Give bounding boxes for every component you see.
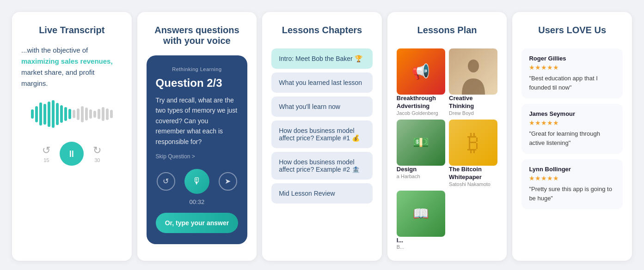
wave-bar — [77, 108, 80, 120]
star-rating: ★★★★★ — [529, 119, 615, 126]
skip-forward-label: 30 — [94, 157, 100, 163]
reviewer-name: Roger Gillies — [529, 55, 615, 62]
skip-back-button[interactable]: ↺ 15 — [42, 144, 50, 163]
microphone-icon: 🎙 — [192, 176, 202, 186]
panel1-title: Live Transcript — [39, 25, 104, 36]
book-author: a Harbach — [397, 174, 445, 179]
book-card[interactable]: The Bitcoin Whitepaper Satoshi Nakamoto — [449, 120, 497, 187]
wave-bar — [35, 106, 38, 122]
replay-icon: ↺ — [163, 177, 169, 186]
wave-bar — [39, 102, 42, 126]
book-cover — [449, 120, 497, 166]
review-card: Lynn Bollinger ★★★★★ "Pretty sure this a… — [521, 159, 623, 209]
book-author: Satoshi Nakamoto — [449, 181, 497, 187]
playback-controls: ↺ 15 ⏸ ↻ 30 — [42, 142, 101, 166]
microphone-button[interactable]: 🎙 — [184, 169, 209, 194]
wave-bar — [64, 107, 67, 121]
review-card: James Seymour ★★★★★ "Great for learning … — [521, 104, 623, 154]
book-title: Design — [397, 166, 445, 174]
book-title: I... — [397, 237, 445, 245]
skip-back-icon: ↺ — [42, 144, 50, 156]
chapter-item[interactable]: Mid Lesson Review — [271, 183, 373, 204]
rethinking-label: Rethinking Learning — [156, 66, 239, 72]
wave-bar — [106, 108, 109, 120]
wave-bar — [85, 108, 88, 120]
wave-bar — [60, 105, 63, 123]
transcript-highlight: maximizing sales revenues, — [21, 57, 113, 65]
type-answer-button[interactable]: Or, type your answer — [156, 213, 239, 233]
skip-question-link[interactable]: Skip Question > — [156, 153, 239, 160]
replay-button[interactable]: ↺ — [157, 172, 175, 191]
book-cover: 📖 — [397, 191, 445, 237]
book-author: B... — [397, 244, 445, 250]
wave-bar — [93, 111, 96, 118]
pause-icon: ⏸ — [67, 149, 76, 159]
transcript-body: ...with the objective of maximizing sale… — [21, 45, 123, 89]
book-author: Drew Boyd — [449, 110, 497, 116]
chapter-list: Intro: Meet Bob the Baker 🏆What you lear… — [271, 48, 373, 204]
skip-forward-button[interactable]: ↻ 30 — [93, 144, 101, 163]
timer-display: 00:32 — [156, 198, 239, 205]
wave-bar — [68, 109, 71, 119]
send-icon: ➤ — [225, 177, 231, 186]
voice-panel: Answers questions with your voice Rethin… — [137, 12, 257, 261]
star-rating: ★★★★★ — [529, 174, 615, 182]
svg-point-0 — [468, 60, 479, 72]
question-text: Try and recall, what are the two types o… — [156, 95, 239, 147]
wave-bar — [31, 109, 34, 119]
wave-bar — [56, 103, 59, 125]
voice-card: Rethinking Learning Question 2/3 Try and… — [147, 55, 248, 244]
wave-bar — [73, 110, 75, 118]
chapters-panel: Lessons Chapters Intro: Meet Bob the Bak… — [262, 12, 382, 261]
skip-back-label: 15 — [43, 157, 49, 163]
wave-bar — [52, 100, 55, 128]
books-grid: 📢 Breakthrough Advertising Jacob Goldenb… — [397, 48, 498, 250]
transcript-prefix: ...with the objective of — [21, 46, 88, 54]
chapter-item[interactable]: How does business model affect price? Ex… — [271, 152, 373, 180]
book-title: Creative Thinking — [449, 95, 497, 110]
wave-bar — [98, 109, 100, 119]
live-transcript-panel: Live Transcript ...with the objective of… — [12, 12, 132, 261]
star-rating: ★★★★★ — [529, 64, 615, 71]
lessons-plan-panel: Lessons Plan 📢 Breakthrough Advertising … — [387, 12, 507, 261]
main-container: Live Transcript ...with the objective of… — [5, 5, 639, 268]
panel3-title: Lessons Chapters — [282, 25, 362, 36]
review-card: Roger Gillies ★★★★★ "Best education app … — [521, 48, 623, 98]
review-text: "Pretty sure this app is going to be hug… — [529, 185, 615, 203]
waveform — [31, 100, 113, 128]
question-number: Question 2/3 — [156, 77, 239, 90]
wave-bar — [110, 110, 113, 118]
book-title: Breakthrough Advertising — [397, 95, 445, 110]
book-card[interactable]: 📢 Breakthrough Advertising Jacob Goldenb… — [397, 48, 445, 116]
skip-forward-icon: ↻ — [93, 144, 101, 156]
book-cover — [449, 48, 497, 95]
send-button[interactable]: ➤ — [219, 172, 237, 191]
review-text: "Best education app that I founded til n… — [529, 74, 615, 92]
chapter-item[interactable]: What you'll learn now — [271, 96, 373, 117]
panel4-title: Lessons Plan — [417, 25, 477, 36]
review-list: Roger Gillies ★★★★★ "Best education app … — [521, 48, 623, 209]
transcript-suffix: market share, and profit margins. — [21, 68, 94, 87]
review-text: "Great for learning through active liste… — [529, 129, 615, 147]
wave-bar — [102, 107, 104, 121]
book-cover: 💵 — [397, 120, 445, 166]
reviewer-name: James Seymour — [529, 110, 615, 117]
chapter-item[interactable]: What you learned last lesson — [271, 72, 373, 93]
panel5-title: Users LOVE Us — [538, 25, 606, 36]
book-card[interactable]: Creative Thinking Drew Boyd — [449, 48, 497, 116]
wave-bar — [89, 109, 92, 119]
chapter-item[interactable]: How does business model affect price? Ex… — [271, 120, 373, 148]
book-title: The Bitcoin Whitepaper — [449, 166, 497, 181]
wave-bar — [48, 102, 50, 127]
book-card[interactable]: 💵 Design a Harbach — [397, 120, 445, 187]
reviews-panel: Users LOVE Us Roger Gillies ★★★★★ "Best … — [512, 12, 632, 261]
book-cover: 📢 — [397, 48, 445, 95]
chapter-item[interactable]: Intro: Meet Bob the Baker 🏆 — [271, 48, 373, 69]
reviewer-name: Lynn Bollinger — [529, 166, 615, 173]
book-author: Jacob Goldenberg — [397, 110, 445, 116]
voice-controls: ↺ 🎙 ➤ — [156, 169, 239, 194]
book-card[interactable]: 📖 I... B... — [397, 191, 445, 250]
play-pause-button[interactable]: ⏸ — [60, 142, 84, 166]
wave-bar — [81, 106, 84, 122]
panel2-title: Answers questions with your voice — [147, 25, 248, 46]
